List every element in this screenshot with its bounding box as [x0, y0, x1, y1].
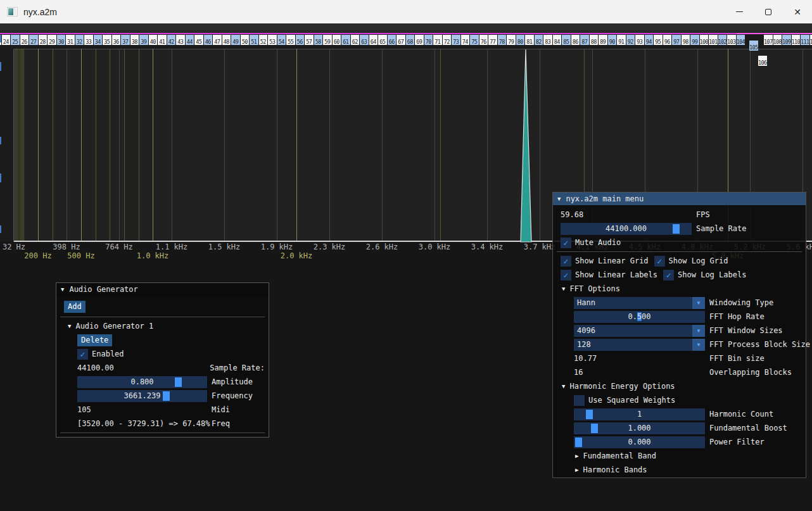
midi-key-42[interactable]: 42 [167, 35, 176, 45]
midi-key-93[interactable]: 93 [635, 35, 644, 45]
midi-key-28[interactable]: 28 [39, 35, 48, 45]
fundamental-band-node[interactable]: Fundamental Band [583, 451, 656, 460]
midi-key-99[interactable]: 99 [690, 35, 699, 45]
midi-key-48[interactable]: 48 [222, 35, 231, 45]
midi-key-96[interactable]: 96 [663, 35, 672, 45]
midi-key-26[interactable]: 26 [20, 35, 29, 45]
tree-arrow-icon[interactable]: ▼ [68, 323, 71, 329]
tree-arrow-icon[interactable]: ▼ [562, 286, 565, 292]
midi-key-40[interactable]: 40 [149, 35, 158, 45]
midi-key-107[interactable]: 107 [764, 35, 773, 45]
midi-key-72[interactable]: 72 [443, 35, 452, 45]
midi-key-100[interactable]: 100 [700, 35, 709, 45]
midi-key-50[interactable]: 50 [241, 35, 250, 45]
show-log-grid-checkbox[interactable]: ✓ [654, 256, 665, 267]
midi-note-strip[interactable]: 2324252627282930313233343536373839404142… [0, 33, 812, 45]
midi-key-85[interactable]: 85 [562, 35, 571, 45]
midi-key-78[interactable]: 78 [498, 35, 507, 45]
falling-midi-key-105[interactable]: 105 [749, 41, 758, 51]
main-menu-window[interactable]: ▼ nyx.a2m main menu 59.68 FPS 44100.000 … [552, 192, 806, 478]
midi-key-87[interactable]: 87 [580, 35, 589, 45]
midi-key-27[interactable]: 27 [29, 35, 38, 45]
show-log-labels-checkbox[interactable]: ✓ [663, 270, 674, 281]
combo-arrow-button[interactable]: ▼ [692, 339, 705, 351]
midi-key-34[interactable]: 34 [94, 35, 103, 45]
midi-key-67[interactable]: 67 [396, 35, 405, 45]
midi-key-31[interactable]: 31 [66, 35, 75, 45]
midi-key-46[interactable]: 46 [204, 35, 213, 45]
midi-key-111[interactable]: 111 [801, 35, 809, 45]
midi-key-29[interactable]: 29 [48, 35, 56, 45]
midi-key-74[interactable]: 74 [461, 35, 470, 45]
fft-options-node[interactable]: FFT Options [569, 284, 619, 293]
midi-key-82[interactable]: 82 [535, 35, 543, 45]
midi-key-59[interactable]: 59 [323, 35, 332, 45]
falling-midi-key-106[interactable]: 106 [758, 56, 767, 66]
midi-key-108[interactable]: 108 [773, 35, 782, 45]
midi-key-51[interactable]: 51 [250, 35, 258, 45]
midi-key-98[interactable]: 98 [682, 35, 690, 45]
midi-key-70[interactable]: 70 [424, 35, 433, 45]
enabled-checkbox[interactable]: ✓ [77, 349, 88, 360]
midi-key-53[interactable]: 53 [268, 35, 277, 45]
midi-key-109[interactable]: 109 [782, 35, 791, 45]
midi-key-102[interactable]: 102 [718, 35, 727, 45]
midi-key-110[interactable]: 110 [792, 35, 801, 45]
combo-arrow-button[interactable]: ▼ [692, 325, 705, 337]
midi-key-54[interactable]: 54 [277, 35, 286, 45]
midi-key-37[interactable]: 37 [121, 35, 130, 45]
midi-key-77[interactable]: 77 [488, 35, 497, 45]
midi-key-60[interactable]: 60 [333, 35, 341, 45]
midi-key-88[interactable]: 88 [590, 35, 599, 45]
mute-audio-checkbox[interactable]: ✓ [561, 237, 571, 248]
collapse-arrow-icon[interactable]: ▼ [557, 196, 561, 202]
midi-key-91[interactable]: 91 [617, 35, 626, 45]
midi-key-38[interactable]: 38 [130, 35, 139, 45]
midi-key-63[interactable]: 63 [360, 35, 369, 45]
add-button[interactable]: Add [64, 301, 86, 313]
midi-key-25[interactable]: 25 [11, 35, 20, 45]
tree-arrow-collapsed-icon[interactable]: ▶ [575, 467, 578, 473]
midi-key-101[interactable]: 101 [709, 35, 718, 45]
midi-key-56[interactable]: 56 [296, 35, 305, 45]
midi-key-94[interactable]: 94 [645, 35, 654, 45]
midi-key-35[interactable]: 35 [103, 35, 111, 45]
midi-key-45[interactable]: 45 [194, 35, 203, 45]
main-menu-titlebar[interactable]: ▼ nyx.a2m main menu [553, 192, 806, 205]
tree-arrow-icon[interactable]: ▼ [562, 383, 565, 389]
windowing-type-combo[interactable]: Hann ▼ [574, 297, 705, 309]
midi-key-89[interactable]: 89 [599, 35, 607, 45]
midi-key-52[interactable]: 52 [259, 35, 268, 45]
tree-arrow-collapsed-icon[interactable]: ▶ [575, 453, 578, 459]
midi-key-62[interactable]: 62 [351, 35, 360, 45]
fft-hop-rate-input[interactable]: 0.500 [574, 311, 705, 323]
midi-key-61[interactable]: 61 [341, 35, 350, 45]
audio-generator-1-node[interactable]: Audio Generator 1 [75, 322, 153, 331]
combo-arrow-button[interactable]: ▼ [692, 297, 705, 309]
midi-key-66[interactable]: 66 [388, 35, 396, 45]
midi-key-73[interactable]: 73 [452, 35, 460, 45]
midi-key-71[interactable]: 71 [433, 35, 442, 45]
midi-key-81[interactable]: 81 [525, 35, 534, 45]
midi-key-43[interactable]: 43 [176, 35, 185, 45]
midi-key-30[interactable]: 30 [57, 35, 66, 45]
midi-key-39[interactable]: 39 [139, 35, 148, 45]
power-filter-slider[interactable]: 0.000 [574, 436, 705, 448]
minimize-button[interactable] [725, 0, 754, 23]
midi-key-41[interactable]: 41 [158, 35, 167, 45]
midi-key-92[interactable]: 92 [626, 35, 635, 45]
harmonic-bands-node[interactable]: Harmonic Bands [583, 465, 647, 474]
midi-key-55[interactable]: 55 [286, 35, 295, 45]
midi-key-47[interactable]: 47 [213, 35, 222, 45]
sample-rate-slider[interactable]: 44100.000 [561, 223, 692, 235]
delete-button[interactable]: Delete [77, 334, 112, 346]
midi-key-104[interactable]: 104 [737, 35, 745, 45]
use-squared-weights-checkbox[interactable] [574, 395, 585, 406]
audio-generator-titlebar[interactable]: ▼ Audio Generator [56, 283, 269, 296]
midi-key-95[interactable]: 95 [654, 35, 663, 45]
midi-key-103[interactable]: 103 [727, 35, 736, 45]
frequency-slider[interactable]: 3661.239 [77, 390, 207, 402]
midi-key-58[interactable]: 58 [314, 35, 323, 45]
harmonic-energy-options-node[interactable]: Harmonic Energy Options [569, 382, 675, 391]
collapse-arrow-icon[interactable]: ▼ [61, 286, 64, 293]
